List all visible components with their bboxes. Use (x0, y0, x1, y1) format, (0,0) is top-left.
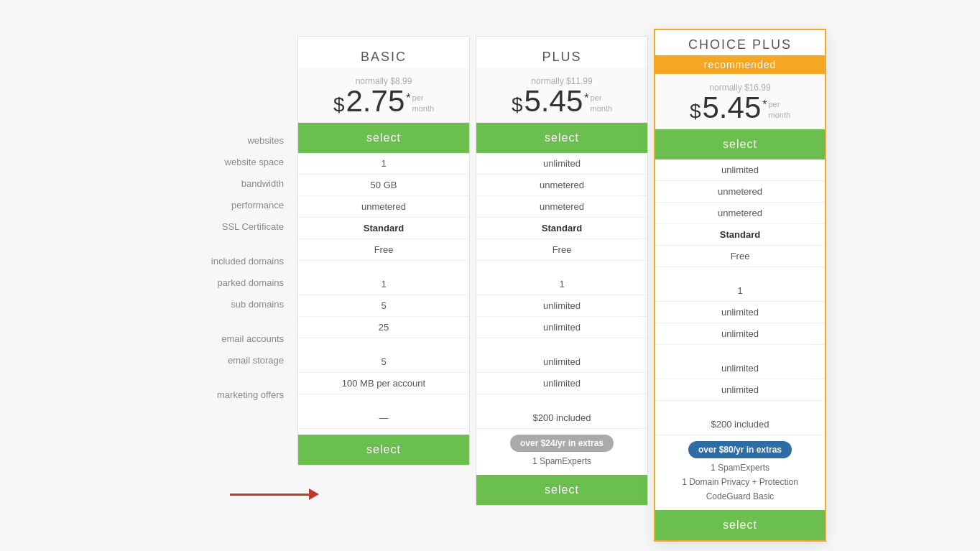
plus-title: PLUS (484, 44, 640, 68)
choice-plus-price-box: normally $16.99 $ 5.45 * permonth (655, 74, 825, 129)
group-spacer-1 (151, 237, 284, 250)
choice-plus-asterisk: * (762, 98, 767, 111)
label-included-domains: included domains (151, 250, 284, 272)
basic-spacer-3 (298, 394, 469, 407)
plus-ssl: Free (476, 239, 647, 261)
cp-websites: unlimited (655, 159, 825, 181)
plus-email-accounts: unlimited (476, 351, 647, 373)
basic-price-main: $ 2.75 * permonth (305, 86, 462, 116)
label-email-storage: email storage (151, 349, 284, 371)
basic-asterisk: * (406, 92, 410, 105)
cp-performance: Standard (655, 224, 825, 246)
choice-plus-price-main: $ 5.45 * permonth (662, 93, 818, 123)
plus-spacer-2 (476, 338, 647, 351)
basic-email-accounts: 5 (298, 351, 469, 373)
plus-asterisk: * (584, 92, 588, 105)
cp-spacer-2 (655, 345, 825, 358)
cp-ssl: Free (655, 246, 825, 267)
choice-plus-dollar: $ (690, 100, 701, 123)
plus-select-bottom[interactable]: select (476, 475, 647, 505)
plus-included-domains: 1 (476, 274, 647, 295)
cp-extras-item-2: CodeGuard Basic (706, 491, 775, 501)
choice-plus-amount: 5.45 (703, 93, 762, 123)
basic-per: permonth (412, 93, 434, 114)
plus-parked-domains: unlimited (476, 295, 647, 317)
plus-per: permonth (590, 93, 612, 114)
basic-header: BASIC (298, 37, 469, 68)
basic-dollar: $ (333, 93, 345, 116)
plus-amount: 5.45 (524, 86, 583, 116)
cp-extras-item-1: 1 Domain Privacy + Protection (682, 477, 798, 487)
plus-website-space: unmetered (476, 175, 647, 196)
choice-plus-select-top[interactable]: select (655, 129, 825, 159)
plus-websites: unlimited (476, 153, 647, 175)
cp-email-accounts: unlimited (655, 358, 825, 379)
group-spacer-3 (151, 371, 284, 384)
basic-website-space: 50 GB (298, 175, 469, 196)
basic-websites: 1 (298, 153, 469, 175)
plan-choice-plus: CHOICE PLUS recommended normally $16.99 … (654, 29, 826, 542)
pricing-table: websites website space bandwidth perform… (151, 36, 829, 542)
cp-spacer-3 (655, 401, 825, 414)
plan-plus: PLUS normally $11.99 $ 5.45 * permonth s… (476, 36, 648, 506)
plus-marketing: $200 included (476, 407, 647, 429)
choice-plus-per: permonth (768, 99, 790, 120)
basic-bandwidth: unmetered (298, 196, 469, 218)
arrow-head (309, 489, 319, 500)
cp-bandwidth: unmetered (655, 203, 825, 224)
label-website-space: website space (151, 151, 284, 172)
label-marketing: marketing offers (151, 384, 284, 405)
feature-labels-column: websites website space bandwidth perform… (151, 36, 295, 405)
group-spacer-2 (151, 315, 284, 328)
plus-extras-badge: over $24/yr in extras (510, 435, 614, 452)
basic-amount: 2.75 (346, 86, 405, 116)
plus-spacer-1 (476, 261, 647, 274)
choice-plus-title: CHOICE PLUS (655, 30, 825, 55)
choice-plus-select-bottom[interactable]: select (655, 510, 825, 540)
basic-select-bottom[interactable]: select (298, 435, 469, 465)
label-sub-domains: sub domains (151, 293, 284, 315)
basic-email-storage: 100 MB per account (298, 373, 469, 394)
basic-select-top[interactable]: select (298, 123, 469, 153)
arrow-annotation (230, 489, 319, 500)
basic-features: 1 50 GB unmetered Standard Free 1 5 25 5… (298, 153, 469, 429)
arrow-line (230, 494, 309, 496)
plus-sub-domains: unlimited (476, 317, 647, 338)
label-websites: websites (151, 129, 284, 151)
cp-marketing: $200 included (655, 414, 825, 435)
basic-parked-domains: 5 (298, 295, 469, 317)
plus-features: unlimited unmetered unmetered Standard F… (476, 153, 647, 429)
basic-title: BASIC (305, 44, 462, 68)
basic-performance: Standard (298, 218, 469, 239)
cp-extras-badge: over $80/yr in extras (688, 441, 792, 458)
plus-performance: Standard (476, 218, 647, 239)
label-ssl: SSL Certificate (151, 216, 284, 237)
plus-select-top[interactable]: select (476, 123, 647, 153)
label-performance: performance (151, 194, 284, 216)
basic-sub-domains: 25 (298, 317, 469, 338)
plan-basic: BASIC normally $8.99 $ 2.75 * permonth s… (297, 36, 470, 466)
cp-email-storage: unlimited (655, 379, 825, 401)
plus-email-storage: unlimited (476, 373, 647, 394)
basic-included-domains: 1 (298, 274, 469, 295)
cp-extras: over $80/yr in extras 1 SpamExperts 1 Do… (655, 435, 825, 504)
cp-parked-domains: unlimited (655, 302, 825, 323)
choice-plus-features: unlimited unmetered unmetered Standard F… (655, 159, 825, 435)
basic-spacer-2 (298, 338, 469, 351)
plus-header: PLUS (476, 37, 647, 68)
cp-spacer-1 (655, 267, 825, 280)
plus-spacer-3 (476, 394, 647, 407)
recommended-badge: recommended (655, 55, 825, 74)
plus-price-box: normally $11.99 $ 5.45 * permonth (476, 68, 647, 123)
label-email-accounts: email accounts (151, 328, 284, 349)
basic-spacer-1 (298, 261, 469, 274)
basic-price-box: normally $8.99 $ 2.75 * permonth (298, 68, 469, 123)
plus-dollar: $ (512, 93, 523, 116)
plus-extras-item-0: 1 SpamExperts (532, 456, 591, 466)
plus-price-main: $ 5.45 * permonth (484, 86, 640, 116)
plus-bandwidth: unmetered (476, 196, 647, 218)
plus-extras: over $24/yr in extras 1 SpamExperts (476, 429, 647, 469)
label-bandwidth: bandwidth (151, 172, 284, 194)
cp-website-space: unmetered (655, 181, 825, 203)
cp-sub-domains: unlimited (655, 323, 825, 345)
